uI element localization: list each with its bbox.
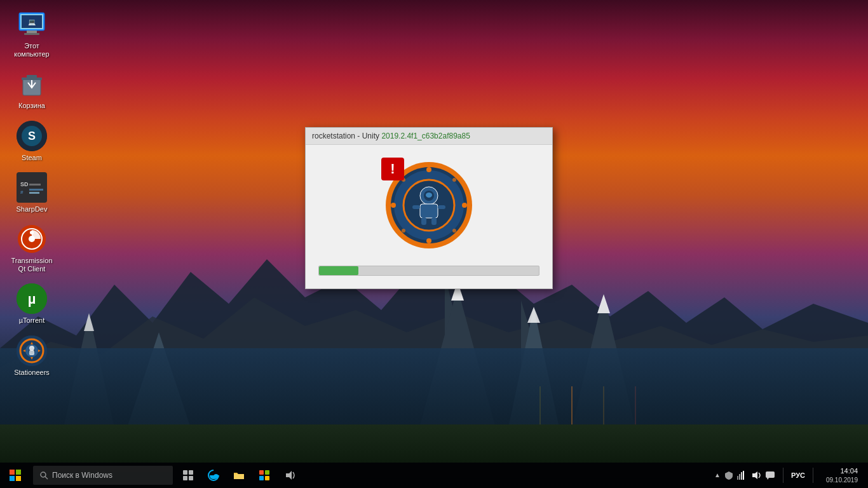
taskbar-separator <box>783 468 783 483</box>
svg-rect-77 <box>189 476 193 480</box>
recycle-icon-label: Корзина <box>18 102 45 110</box>
taskbar-explorer-button[interactable] <box>226 463 252 488</box>
unity-dialog: rocketstation - Unity 2019.2.4f1_c63b2af… <box>305 127 553 289</box>
svg-point-65 <box>452 178 456 182</box>
svg-point-54 <box>426 193 432 198</box>
steam-icon-label: Steam <box>22 154 42 162</box>
svg-rect-80 <box>265 470 269 475</box>
svg-rect-74 <box>183 470 187 475</box>
search-placeholder: Поиск в Windows <box>52 471 112 480</box>
taskbar: Поиск в Windows <box>0 463 868 488</box>
svg-rect-55 <box>420 204 438 218</box>
svg-rect-57 <box>438 205 445 209</box>
desktop-icon-sharpdev[interactable]: SD # SharpDev <box>6 170 57 216</box>
dialog-titlebar: rocketstation - Unity 2019.2.4f1_c63b2af… <box>306 128 552 145</box>
utorrent-icon: µ <box>17 283 47 314</box>
svg-marker-90 <box>767 478 769 480</box>
svg-rect-76 <box>183 476 187 480</box>
svg-rect-84 <box>737 476 738 480</box>
edge-icon <box>207 469 220 482</box>
stationeers-icon <box>17 336 47 366</box>
taskbar-system-icons: ▲ <box>714 471 775 480</box>
clock-date: 09.10.2019 <box>826 476 858 484</box>
notification-icon <box>765 471 775 480</box>
svg-text:💻: 💻 <box>28 18 36 26</box>
svg-point-39 <box>30 231 34 234</box>
dialog-title-normal: rocketstation - Unity <box>312 132 381 140</box>
svg-rect-81 <box>259 476 264 480</box>
svg-rect-21 <box>24 33 39 35</box>
volume-icon <box>751 471 761 480</box>
svg-rect-47 <box>29 350 34 355</box>
taskbar-separator-2 <box>813 468 813 483</box>
taskbar-store-button[interactable] <box>252 463 277 488</box>
svg-text:SD: SD <box>20 181 29 187</box>
sharpdev-icon-label: SharpDev <box>17 205 48 214</box>
svg-rect-82 <box>265 476 269 480</box>
taskbar-edge-button[interactable] <box>201 463 226 488</box>
time-display[interactable]: 14:04 09.10.2019 <box>821 466 863 484</box>
language-indicator[interactable]: РУС <box>791 471 805 479</box>
taskbar-left: Поиск в Windows <box>0 463 302 488</box>
taskbar-right: ▲ <box>714 466 868 484</box>
desktop-icons-area: 💻 Этот компьютер Корзина <box>6 6 57 379</box>
store-icon <box>258 469 271 482</box>
svg-point-72 <box>41 472 46 477</box>
svg-point-61 <box>426 238 431 243</box>
steam-icon: S <box>17 121 47 151</box>
desktop-icon-utorrent[interactable]: µ µTorrent <box>6 281 57 327</box>
dialog-body: ! <box>306 145 552 288</box>
svg-rect-33 <box>29 189 43 191</box>
utorrent-icon-label: µTorrent <box>19 316 45 325</box>
svg-rect-71 <box>16 476 21 481</box>
unity-logo-container: ! <box>381 158 477 253</box>
desktop-icon-stationeers[interactable]: Stationeers <box>6 333 57 379</box>
network-upload-icon: ▲ <box>714 471 721 478</box>
svg-point-46 <box>29 346 34 351</box>
svg-marker-13 <box>84 313 94 331</box>
search-icon <box>39 471 48 480</box>
svg-marker-83 <box>286 471 292 480</box>
svg-rect-75 <box>189 470 193 475</box>
progress-container <box>318 266 539 276</box>
sharpdev-icon: SD # <box>17 172 47 203</box>
taskbar-media-button[interactable] <box>277 463 302 488</box>
svg-rect-26 <box>27 75 37 78</box>
svg-rect-68 <box>10 470 15 475</box>
svg-rect-89 <box>766 471 775 478</box>
desktop-icon-transmission[interactable]: Transmission Qt Client <box>6 221 57 276</box>
search-bar[interactable]: Поиск в Windows <box>33 466 173 485</box>
svg-rect-34 <box>29 192 39 194</box>
desktop-icon-steam[interactable]: S Steam <box>6 118 57 165</box>
security-icon <box>724 471 733 480</box>
start-button[interactable] <box>0 463 31 488</box>
dialog-title: rocketstation - Unity 2019.2.4f1_c63b2af… <box>312 132 546 140</box>
recycle-icon <box>17 69 47 99</box>
speaker-small-icon <box>284 470 295 481</box>
transmission-icon-label: Transmission Qt Client <box>9 257 55 273</box>
svg-marker-88 <box>752 471 757 479</box>
svg-rect-70 <box>10 476 15 481</box>
desktop-icon-recycle[interactable]: Корзина <box>6 66 57 112</box>
svg-text:#: # <box>20 189 24 195</box>
task-view-button[interactable] <box>175 463 201 488</box>
warning-icon: ! <box>390 161 395 177</box>
svg-point-62 <box>391 203 396 208</box>
svg-rect-85 <box>739 474 740 480</box>
svg-line-73 <box>45 477 48 479</box>
svg-text:S: S <box>28 130 36 142</box>
svg-rect-78 <box>234 474 244 479</box>
clock-time: 14:04 <box>826 466 858 475</box>
svg-rect-69 <box>16 470 21 475</box>
folder-icon <box>233 469 245 482</box>
dialog-title-version: 2019.2.4f1_c63b2af89a85 <box>381 132 470 140</box>
warning-badge: ! <box>381 158 404 180</box>
svg-rect-87 <box>743 471 744 480</box>
desktop-icon-computer[interactable]: 💻 Этот компьютер <box>6 6 57 61</box>
computer-icon-label: Этот компьютер <box>9 42 55 58</box>
transmission-icon <box>17 224 47 254</box>
task-view-icon <box>183 470 193 480</box>
network-icon <box>737 471 747 480</box>
svg-rect-79 <box>259 470 264 475</box>
svg-rect-56 <box>412 205 420 209</box>
